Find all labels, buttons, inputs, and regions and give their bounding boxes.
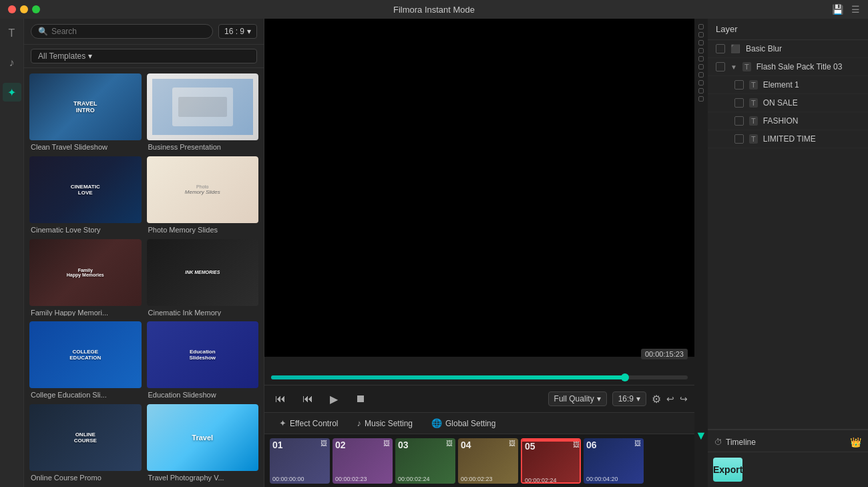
stop-button[interactable]: ⏹: [351, 389, 370, 408]
layer-checkbox-limited-time[interactable]: [734, 134, 744, 144]
clip-icon-03: 🖼: [446, 440, 453, 447]
template-item-photo-memory[interactable]: Photo Memory Slides Photo Memory Slides: [147, 156, 259, 234]
aspect-select[interactable]: 16:9 ▾: [612, 391, 646, 406]
layer-name-limited-time: LIMITED TIME: [763, 134, 860, 144]
effect-control-button[interactable]: ✦ Effect Control: [271, 416, 346, 431]
minimize-button[interactable]: [20, 5, 28, 13]
effect-icon: ✦: [279, 418, 286, 428]
scroll-dot: [698, 32, 704, 37]
search-input[interactable]: [51, 27, 206, 36]
undo-button[interactable]: ↩: [666, 393, 674, 404]
layer-name-on-sale: ON SALE: [763, 98, 860, 108]
timeline-header: ⏱ Timeline 👑: [708, 433, 868, 452]
text-type-icon: T: [749, 98, 758, 108]
aspect-ratio-button[interactable]: 16 : 9 ▾: [218, 24, 257, 39]
layer-item-fashion[interactable]: T FASHION: [708, 112, 868, 130]
template-thumb-college: COLLEGEEDUCATION: [29, 321, 142, 388]
play-button[interactable]: ▶: [324, 389, 343, 408]
layer-item-on-sale[interactable]: T ON SALE: [708, 94, 868, 112]
sidebar-item-music[interactable]: ♪: [3, 53, 21, 72]
skip-back-button[interactable]: ⏭: [298, 389, 316, 408]
template-item-travel2[interactable]: Travel Travel Photography V...: [147, 404, 259, 482]
blur-icon: ⬛: [730, 44, 740, 53]
layer-item-element1[interactable]: T Element 1: [708, 76, 868, 94]
menu-icon[interactable]: ☰: [851, 4, 860, 15]
template-item-ink[interactable]: INK MEMORIES Cinematic Ink Memory: [147, 239, 259, 317]
clip-number-05: 05: [525, 441, 535, 452]
music-setting-button[interactable]: ♪ Music Setting: [349, 416, 421, 431]
template-item-business[interactable]: Business Presentation: [147, 73, 259, 151]
layer-item-flash-sale[interactable]: ▼ T Flash Sale Pack Title 03: [708, 58, 868, 76]
filter-button[interactable]: All Templates ▾: [31, 49, 257, 63]
quality-label: Full Quality: [554, 394, 594, 403]
aspect-ratio-value: 16 : 9: [224, 27, 244, 36]
timeline-panel: ⏱ Timeline 👑 Export: [708, 430, 868, 487]
text-type-icon: T: [749, 116, 758, 126]
sidebar: T ♪ ✦: [0, 19, 24, 487]
scroll-dot: [698, 64, 704, 69]
thumb-label: INK MEMORIES: [185, 270, 220, 275]
timeline-icon: ⏱: [714, 438, 722, 447]
rewind-button[interactable]: ⏮: [271, 389, 290, 408]
chevron-down-icon: ▾: [597, 394, 601, 403]
template-thumb-clean-travel: TRAVELINTRO: [29, 73, 142, 140]
progress-thumb[interactable]: [621, 373, 629, 381]
thumb-label: Travel: [192, 434, 213, 442]
aspect-label: 16:9: [618, 394, 634, 403]
template-item-education[interactable]: EducationSlideshow Education Slideshow: [147, 321, 259, 399]
layer-item-limited-time[interactable]: T LIMITED TIME: [708, 130, 868, 148]
template-item-cinematic-love[interactable]: CINEMATICLOVE Cinematic Love Story: [29, 156, 142, 234]
clip-time-02: 00:00:02:23: [335, 476, 367, 482]
quality-select[interactable]: Full Quality ▾: [548, 391, 607, 406]
preview-area: ‹: [264, 19, 694, 357]
timeline-clip-04[interactable]: 04 00:00:02:23 🖼: [458, 438, 518, 484]
template-item-college[interactable]: COLLEGEEDUCATION College Education Sli..…: [29, 321, 142, 399]
layer-name-element1: Element 1: [763, 80, 860, 90]
template-thumb-ink: INK MEMORIES: [147, 239, 259, 306]
save-icon[interactable]: 💾: [832, 4, 843, 15]
layer-checkbox-on-sale[interactable]: [734, 98, 744, 108]
maximize-button[interactable]: [32, 5, 40, 13]
clip-number-04: 04: [461, 440, 471, 450]
export-button[interactable]: Export: [713, 458, 742, 482]
template-thumb-education: EducationSlideshow: [147, 321, 259, 388]
progress-bar-track[interactable]: [271, 375, 688, 379]
search-box[interactable]: 🔍: [31, 24, 213, 39]
settings-icon[interactable]: ⚙: [652, 393, 661, 405]
expand-icon[interactable]: ▼: [730, 63, 737, 71]
layer-checkbox-element1[interactable]: [734, 80, 744, 90]
templates-grid: TRAVELINTRO Clean Travel Slideshow Busin…: [24, 68, 264, 487]
close-button[interactable]: [8, 5, 16, 13]
redo-button[interactable]: ↪: [680, 393, 688, 404]
template-name-love: Cinematic Love Story: [29, 226, 142, 234]
layer-checkbox-flash-sale[interactable]: [716, 62, 725, 71]
timeline-clip-03[interactable]: 03 00:00:02:24 🖼: [395, 438, 455, 484]
thumb-label: TRAVELINTRO: [73, 100, 97, 114]
sidebar-item-text[interactable]: T: [3, 24, 21, 43]
preview-canvas: [264, 19, 694, 357]
current-time: 00:00:15:23: [641, 349, 688, 359]
clip-time-01: 00:00:00:00: [272, 476, 304, 482]
sidebar-item-effects[interactable]: ✦: [3, 83, 21, 102]
music-icon: ♪: [357, 418, 361, 428]
timeline-clip-05[interactable]: 05 00:00:02:24 🖼: [521, 438, 581, 484]
layer-checkbox-fashion[interactable]: [734, 116, 744, 126]
filter-label: All Templates: [38, 51, 85, 61]
clip-icon-02: 🖼: [383, 440, 390, 447]
thumb-label: COLLEGEEDUCATION: [69, 349, 101, 361]
layer-item-basic-blur[interactable]: ⬛ Basic Blur: [708, 40, 868, 58]
chevron-down-icon: ▾: [88, 51, 92, 61]
text-type-icon: T: [742, 62, 751, 71]
thumb-label: EducationSlideshow: [189, 349, 216, 361]
template-item-family[interactable]: FamilyHappy Memories Family Happy Memori…: [29, 239, 142, 317]
timeline-clip-02[interactable]: 02 00:00:02:23 🖼: [333, 438, 393, 484]
timeline-clip-06[interactable]: 06 00:00:04:20 🖼: [584, 438, 644, 484]
template-name-education: Education Slideshow: [147, 391, 259, 399]
crown-icon: 👑: [850, 437, 861, 448]
template-name-clean-travel: Clean Travel Slideshow: [29, 143, 142, 151]
template-item-clean-travel[interactable]: TRAVELINTRO Clean Travel Slideshow: [29, 73, 142, 151]
layer-checkbox-basic-blur[interactable]: [716, 44, 725, 53]
template-item-course[interactable]: ONLINECOURSE Online Course Promo: [29, 404, 142, 482]
global-setting-button[interactable]: 🌐 Global Setting: [423, 416, 503, 431]
timeline-clip-01[interactable]: 01 00:00:00:00 🖼: [270, 438, 330, 484]
